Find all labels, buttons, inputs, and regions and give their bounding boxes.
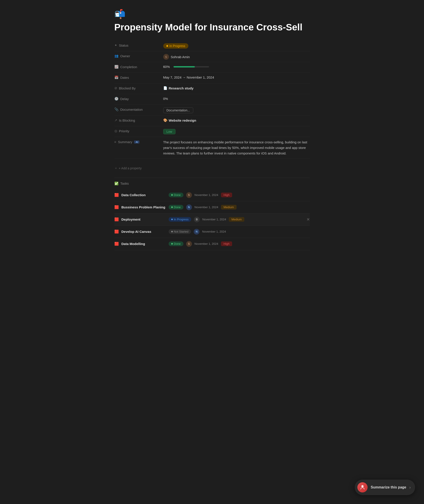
task-name[interactable]: Data Collection [121,193,166,197]
status-icon: ✦ [114,43,117,47]
task-date: November 1, 2024 [202,218,226,221]
delay-icon: 🕐 [114,97,118,101]
page-container: 📬 Propensity Model for Insurance Cross-S… [106,0,319,263]
owner-value[interactable]: S Sohrab Amin [163,54,310,60]
task-date: November 1, 2024 [194,206,218,209]
property-is-blocking: ↗ Is Blocking 🎨 Website redesign [114,116,310,126]
task-status-badge[interactable]: In Progress [168,217,191,222]
owner-label: 👥 Owner [114,54,163,58]
task-status-dot [171,194,173,196]
priority-label: ◎ Priority [114,128,163,133]
property-summary: ≡ Summary AI The project focuses on enha… [114,137,310,158]
priority-badge[interactable]: Low [163,129,176,134]
task-item-icon: 🟥 [114,205,119,209]
dates-icon: 📅 [114,75,118,79]
summarize-chevron-icon: › [409,485,411,490]
task-priority: Medium [229,217,244,222]
task-status-dot [171,206,173,208]
status-dot [166,45,168,47]
summarize-avatar [357,482,368,492]
summary-label: ≡ Summary AI [114,139,163,144]
property-blocked-by: ⊘ Blocked By 📄 Research study [114,84,310,94]
is-blocking-icon: ↗ [114,118,117,122]
property-dates: 📅 Dates May 7, 2024 → November 1, 2024 [114,73,310,84]
task-row: 🟥 Data Collection Done S November 1, 202… [114,189,310,201]
task-date: November 1, 2024 [194,242,218,245]
task-name[interactable]: Bussiness Problem Planing [121,205,166,209]
property-owner: 👥 Owner S Sohrab Amin [114,51,310,62]
dates-value[interactable]: May 7, 2024 → November 1, 2024 [163,75,310,79]
completion-value: 60% [163,64,310,69]
property-completion: 📈 Completion 60% [114,62,310,73]
status-value[interactable]: In Progress [163,43,310,49]
property-status: ✦ Status In Progress [114,41,310,51]
task-item-icon: 🟥 [114,242,119,246]
summary-icon: ≡ [114,140,116,144]
task-item-icon: 🟥 [114,217,119,221]
delay-value: 0% [163,96,310,101]
status-label: ✦ Status [114,43,163,47]
task-status-dot [171,219,173,220]
task-date: November 1, 2024 [202,230,226,233]
svg-point-0 [361,485,364,487]
task-row: 🟥 Deployment In Progress B November 1, 2… [114,213,310,226]
task-avatar: B [194,217,200,222]
tasks-section: ✅ Tasks 🟥 Data Collection Done S Novembe… [114,182,310,250]
ai-badge: AI [134,140,139,144]
completion-bar-fill [174,66,195,67]
task-date: November 1, 2024 [194,193,218,197]
summary-value: The project focuses on enhancing mobile … [163,139,310,156]
documentation-button[interactable]: Documentation... [163,107,193,113]
documentation-label: 📎 Documentation [114,107,163,111]
task-priority: High [221,193,232,197]
section-divider [114,178,310,178]
task-name[interactable]: Data Modelling [121,242,166,246]
summary-text: The project focuses on enhancing mobile … [163,140,310,156]
dates-label: 📅 Dates [114,75,163,79]
add-property-button[interactable]: ＋ + Add a property [114,164,310,172]
is-blocking-palette-icon: 🎨 [163,118,168,122]
task-name[interactable]: Develop AI Canvas [121,230,166,233]
owner-icon: 👥 [114,54,118,58]
blocked-by-value[interactable]: 📄 Research study [163,86,310,90]
task-status-badge[interactable]: Done [168,205,183,210]
summarize-widget[interactable]: Summarize this page › [355,480,415,495]
completion-label: 📈 Completion [114,64,163,69]
priority-value[interactable]: Low [163,128,310,134]
tasks-header: ✅ Tasks [114,182,310,186]
task-status-dot [171,231,173,232]
properties-section: ✦ Status In Progress 👥 Owner S Sohrab Am… [114,41,310,158]
task-avatar: N [194,229,200,235]
is-blocking-value[interactable]: 🎨 Website redesign [163,118,310,122]
task-name[interactable]: Deployment [121,218,166,221]
task-avatar: N [186,204,192,210]
task-status-badge[interactable]: Done [168,242,183,246]
avatar: S [163,54,169,60]
task-row: 🟥 Bussiness Problem Planing Done N Novem… [114,201,310,213]
task-item-icon: 🟥 [114,230,119,234]
completion-bar [174,66,209,67]
blocked-by-icon: ⊘ [114,86,117,90]
property-delay: 🕐 Delay 0% [114,94,310,105]
status-badge[interactable]: In Progress [163,43,189,49]
task-priority: High [221,242,232,246]
tasks-check-icon: ✅ [114,182,118,186]
documentation-value[interactable]: Documentation... [163,107,310,113]
task-row: 🟥 Data Modelling Done S November 1, 2024… [114,238,310,250]
blocked-by-label: ⊘ Blocked By [114,86,163,90]
close-button[interactable]: ✕ [306,217,310,222]
task-priority: Medium [221,205,237,210]
is-blocking-label: ↗ Is Blocking [114,118,163,122]
summarize-label: Summarize this page [371,485,406,489]
task-status-badge[interactable]: Not Started [168,229,191,234]
blocked-by-doc-icon: 📄 [163,86,168,90]
property-priority: ◎ Priority Low [114,126,310,137]
task-status-badge[interactable]: Done [168,193,183,197]
add-property-plus: ＋ [114,166,118,170]
task-avatar: S [186,192,192,198]
completion-icon: 📈 [114,65,118,69]
priority-icon: ◎ [114,129,117,133]
documentation-icon: 📎 [114,107,118,111]
blocked-by-link[interactable]: 📄 Research study [163,86,194,90]
is-blocking-link[interactable]: 🎨 Website redesign [163,118,196,122]
